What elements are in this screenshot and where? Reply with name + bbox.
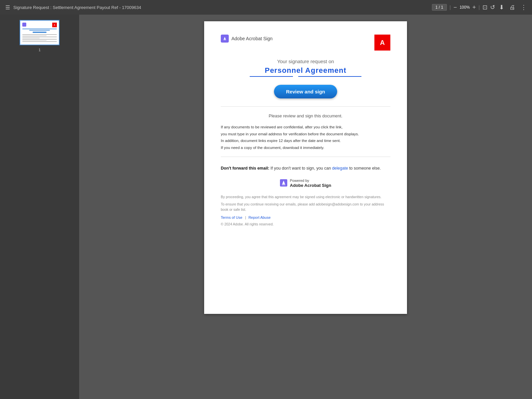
report-abuse-link[interactable]: Report Abuse [248, 215, 271, 219]
topbar-center: 1 / 1 | − 100% + | ⊡ ↺ [432, 4, 495, 11]
delegate-link[interactable]: delegate [332, 166, 348, 171]
adobe-logo: A [374, 35, 390, 51]
tl-4 [22, 38, 40, 39]
pipe-separator: | [245, 215, 247, 219]
thumb-adobe: A [52, 23, 57, 27]
powered-by-container: Powered by Adobe Acrobat Sign [221, 178, 390, 188]
tl-2 [22, 36, 47, 36]
zoom-display: 100% [460, 5, 470, 10]
topbar-right: ⬇ 🖨 ⋮ [499, 4, 527, 11]
thumb-line-1 [22, 29, 57, 29]
underline-left [250, 76, 293, 77]
tl-3 [22, 37, 57, 37]
footer-legal-1: By proceeding, you agree that this agree… [221, 195, 390, 200]
tl-1 [22, 34, 57, 35]
dont-forward-end: to someone else. [349, 166, 381, 171]
divider-2 [221, 157, 390, 157]
print-icon[interactable]: 🖨 [509, 4, 515, 11]
thumb-line-2 [29, 30, 50, 31]
acrobat-sign-label: Adobe Acrobat Sign [231, 36, 273, 41]
divider-1 [221, 106, 390, 107]
tl-6 [22, 40, 47, 41]
thumb-text-lines [22, 34, 57, 42]
page-thumbnail[interactable]: A [20, 20, 60, 45]
underline-right [298, 76, 361, 77]
acrobat-sign-icon [221, 35, 229, 43]
dont-forward-text: If you don't want to sign, you can [271, 166, 332, 171]
footer-links: Terms of Use | Report Abuse [221, 214, 390, 220]
dont-forward: Don't forward this email: If you don't w… [221, 165, 390, 172]
document-title: Personnel Agreement [221, 66, 390, 75]
sidebar: A 1 [0, 15, 79, 399]
footer-copyright: © 2024 Adobe. All rights reserved. [221, 222, 390, 226]
footer-legal-2: To ensure that you continue receiving ou… [221, 202, 390, 212]
fit-page-icon[interactable]: ⊡ [482, 4, 487, 11]
please-review-text: Please review and sign this document. [221, 113, 390, 118]
thumbnail-page-num: 1 [39, 48, 41, 52]
powered-by-text: Powered by Adobe Acrobat Sign [290, 178, 331, 188]
doc-area: Adobe Acrobat Sign A Your signature requ… [79, 15, 532, 399]
thumbnail-inner: A [22, 23, 57, 42]
page-indicator: 1 / 1 [432, 4, 447, 11]
zoom-in-icon[interactable]: + [472, 4, 476, 11]
tl-7 [22, 41, 57, 42]
tl-5 [22, 39, 57, 40]
review-btn-container: Review and sign [221, 85, 390, 98]
doc-header: Adobe Acrobat Sign A [221, 35, 390, 51]
main-area: A 1 [0, 15, 532, 399]
menu-icon[interactable]: ☰ [5, 4, 10, 11]
document-page: Adobe Acrobat Sign A Your signature requ… [204, 21, 407, 314]
terms-of-use-link[interactable]: Terms of Use [221, 215, 242, 219]
topbar: ☰ Signature Request : Settlement Agreeme… [0, 0, 532, 15]
topbar-title: Signature Request : Settlement Agreement… [13, 5, 141, 10]
download-icon[interactable]: ⬇ [499, 4, 504, 11]
signature-request-subtitle: Your signature request on [221, 59, 390, 64]
acrobat-sign-logo: Adobe Acrobat Sign [221, 35, 273, 43]
zoom-out-icon[interactable]: − [454, 4, 457, 11]
thumb-logo [22, 23, 26, 27]
info-box: If any documents to be reviewed are conf… [221, 124, 390, 151]
dont-forward-bold: Don't forward this email: [221, 166, 269, 171]
powered-by-icon [280, 179, 287, 187]
more-options-icon[interactable]: ⋮ [521, 4, 527, 11]
title-underline [221, 76, 390, 77]
thumb-btn [33, 32, 47, 33]
review-and-sign-button[interactable]: Review and sign [274, 85, 337, 98]
history-icon[interactable]: ↺ [490, 4, 495, 11]
